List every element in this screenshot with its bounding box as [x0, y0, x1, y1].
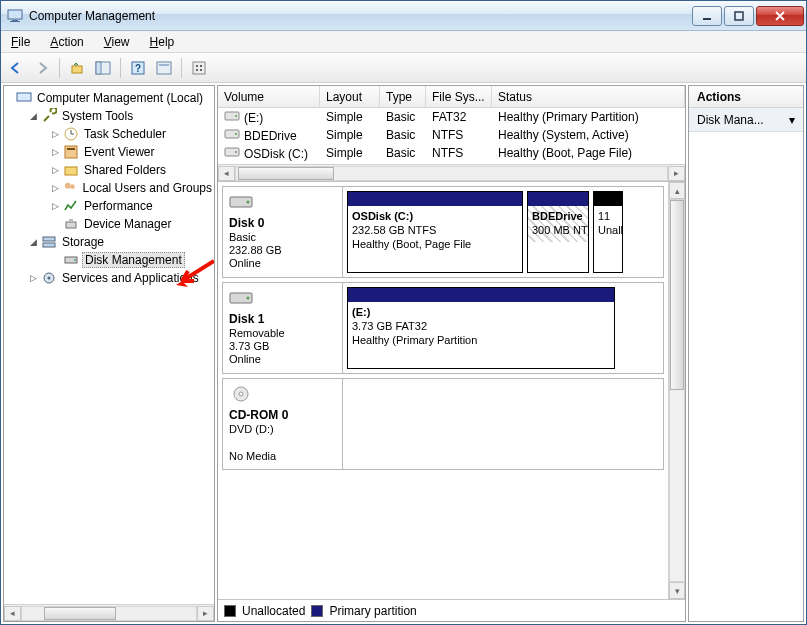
- svg-rect-11: [159, 64, 169, 66]
- back-button[interactable]: [5, 57, 27, 79]
- disk-partitions: (E:)3.73 GB FAT32Healthy (Primary Partit…: [343, 283, 663, 373]
- clock-icon: [63, 126, 79, 142]
- disk-partitions: [343, 379, 663, 469]
- expand-icon[interactable]: ▷: [50, 129, 61, 139]
- svg-point-14: [200, 65, 202, 67]
- menu-file[interactable]: File: [7, 33, 34, 51]
- tree-horizontal-scrollbar[interactable]: ◂ ▸: [4, 604, 214, 621]
- col-type[interactable]: Type: [380, 86, 426, 107]
- svg-rect-12: [193, 62, 205, 74]
- svg-rect-2: [10, 21, 20, 22]
- help-button[interactable]: ?: [127, 57, 149, 79]
- tree-local-users[interactable]: ▷ Local Users and Groups: [8, 179, 214, 197]
- tree-disk-management[interactable]: ▷ Disk Management: [8, 251, 214, 269]
- legend-unallocated-swatch: [224, 605, 236, 617]
- close-button[interactable]: [756, 6, 804, 26]
- tree-root[interactable]: Computer Management (Local): [8, 89, 214, 107]
- tree-storage[interactable]: ◢ Storage: [8, 233, 214, 251]
- window-title: Computer Management: [29, 9, 690, 23]
- dropdown-icon[interactable]: ▾: [789, 113, 795, 127]
- svg-rect-24: [66, 222, 76, 228]
- disk-map: Disk 0Basic232.88 GBOnlineOSDisk (C:)232…: [218, 182, 685, 599]
- col-volume[interactable]: Volume: [218, 86, 320, 107]
- tree-pane: Computer Management (Local) ◢ System Too…: [3, 85, 215, 622]
- menu-help[interactable]: Help: [146, 33, 179, 51]
- expand-icon[interactable]: ▷: [50, 147, 61, 157]
- tree-system-tools[interactable]: ◢ System Tools: [8, 107, 214, 125]
- disk-info: Disk 1Removable3.73 GBOnline: [223, 283, 343, 373]
- legend-unallocated-label: Unallocated: [242, 604, 305, 618]
- event-viewer-icon: [63, 144, 79, 160]
- tree-task-scheduler[interactable]: ▷ Task Scheduler: [8, 125, 214, 143]
- col-layout[interactable]: Layout: [320, 86, 380, 107]
- actions-header: Actions: [689, 86, 803, 108]
- center-pane: Volume Layout Type File Sys... Status (E…: [217, 85, 686, 622]
- svg-point-23: [70, 185, 75, 190]
- scroll-down-icon[interactable]: ▾: [669, 582, 685, 599]
- partition[interactable]: 11Unallocated: [593, 191, 623, 273]
- col-status[interactable]: Status: [492, 86, 685, 107]
- svg-rect-20: [67, 148, 75, 150]
- tree-device-manager[interactable]: ▷ Device Manager: [8, 215, 214, 233]
- minimize-button[interactable]: [692, 6, 722, 26]
- volume-horizontal-scrollbar[interactable]: ◂ ▸: [218, 164, 685, 181]
- scroll-left-icon[interactable]: ◂: [218, 166, 235, 181]
- expand-icon[interactable]: ▷: [50, 183, 60, 193]
- tree-event-viewer[interactable]: ▷ Event Viewer: [8, 143, 214, 161]
- svg-rect-4: [735, 12, 743, 20]
- device-manager-icon: [63, 216, 79, 232]
- expand-icon[interactable]: ▷: [28, 273, 39, 283]
- svg-point-22: [65, 183, 71, 189]
- properties-button[interactable]: [153, 57, 175, 79]
- scroll-left-icon[interactable]: ◂: [4, 606, 21, 621]
- actions-disk-management[interactable]: Disk Mana... ▾: [689, 108, 803, 132]
- volume-row[interactable]: BDEDriveSimpleBasicNTFSHealthy (System, …: [218, 126, 685, 144]
- expand-icon[interactable]: ▷: [50, 201, 61, 211]
- titlebar[interactable]: Computer Management: [1, 1, 806, 31]
- disk-row[interactable]: Disk 1Removable3.73 GBOnline(E:)3.73 GB …: [222, 282, 664, 374]
- volume-row[interactable]: OSDisk (C:)SimpleBasicNTFSHealthy (Boot,…: [218, 144, 685, 162]
- svg-point-15: [196, 69, 198, 71]
- expand-icon[interactable]: ▷: [50, 165, 61, 175]
- svg-rect-1: [12, 20, 18, 21]
- svg-rect-26: [43, 237, 55, 241]
- collapse-icon[interactable]: ◢: [28, 111, 39, 121]
- volume-row[interactable]: (E:)SimpleBasicFAT32Healthy (Primary Par…: [218, 108, 685, 126]
- scroll-right-icon[interactable]: ▸: [668, 166, 685, 181]
- svg-point-16: [200, 69, 202, 71]
- partition[interactable]: BDEDrive300 MB NTFS: [527, 191, 589, 273]
- svg-point-13: [196, 65, 198, 67]
- refresh-button[interactable]: [188, 57, 210, 79]
- svg-point-35: [235, 133, 237, 135]
- svg-rect-7: [96, 62, 101, 74]
- show-hide-tree-button[interactable]: [92, 57, 114, 79]
- maximize-button[interactable]: [724, 6, 754, 26]
- scroll-up-icon[interactable]: ▴: [669, 182, 685, 199]
- disk-vertical-scrollbar[interactable]: ▴ ▾: [668, 182, 685, 599]
- legend-primary-swatch: [311, 605, 323, 617]
- svg-rect-3: [703, 18, 711, 20]
- partition[interactable]: (E:)3.73 GB FAT32Healthy (Primary Partit…: [347, 287, 615, 369]
- tree-view[interactable]: Computer Management (Local) ◢ System Too…: [4, 86, 214, 604]
- svg-rect-0: [8, 10, 22, 19]
- tools-icon: [41, 108, 57, 124]
- tree-shared-folders[interactable]: ▷ Shared Folders: [8, 161, 214, 179]
- collapse-icon[interactable]: ◢: [28, 237, 39, 247]
- svg-rect-5: [72, 66, 82, 73]
- menu-action[interactable]: Action: [46, 33, 87, 51]
- menu-view[interactable]: View: [100, 33, 134, 51]
- col-filesystem[interactable]: File Sys...: [426, 86, 492, 107]
- disk-row[interactable]: Disk 0Basic232.88 GBOnlineOSDisk (C:)232…: [222, 186, 664, 278]
- disk-partitions: OSDisk (C:)232.58 GB NTFSHealthy (Boot, …: [343, 187, 663, 277]
- up-button[interactable]: [66, 57, 88, 79]
- tree-performance[interactable]: ▷ Performance: [8, 197, 214, 215]
- disk-row[interactable]: CD-ROM 0DVD (D:)No Media: [222, 378, 664, 470]
- tree-services-apps[interactable]: ▷ Services and Applications: [8, 269, 214, 287]
- menubar: File Action View Help: [1, 31, 806, 53]
- scroll-right-icon[interactable]: ▸: [197, 606, 214, 621]
- partition[interactable]: OSDisk (C:)232.58 GB NTFSHealthy (Boot, …: [347, 191, 523, 273]
- svg-point-31: [48, 277, 51, 280]
- disk-info: CD-ROM 0DVD (D:)No Media: [223, 379, 343, 469]
- svg-point-39: [247, 201, 250, 204]
- forward-button[interactable]: [31, 57, 53, 79]
